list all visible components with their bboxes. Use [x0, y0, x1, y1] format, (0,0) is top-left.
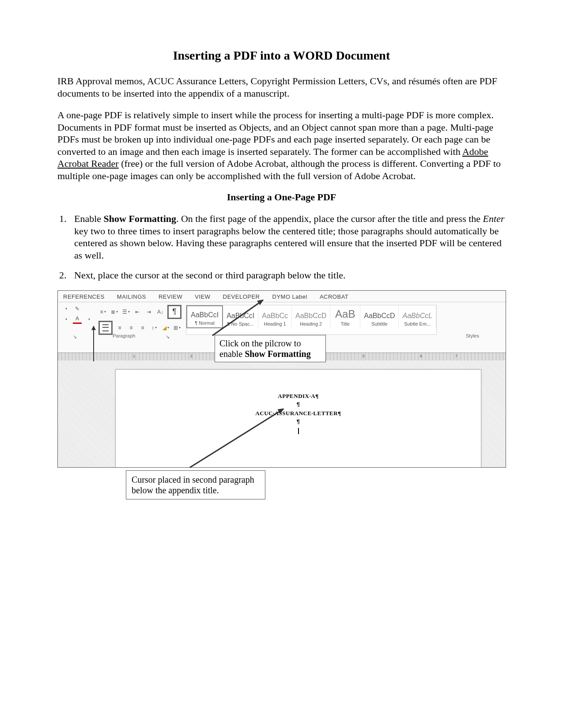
pilcrow-callout: Click on the pilcrow to enable Show Form… — [215, 335, 326, 362]
ribbon-tab[interactable]: DYMO Label — [272, 293, 307, 300]
intro-paragraph-1: IRB Approval memos, ACUC Assurance Lette… — [57, 75, 506, 99]
style-item[interactable]: AaBbCcLSubtle Em... — [399, 305, 436, 328]
styles-group-label: Styles — [466, 333, 479, 338]
callout1-line1: Click on the pilcrow to — [219, 338, 301, 348]
appendix-heading: APPENDIX·A¶ — [116, 392, 481, 401]
paragraph-group-label: Paragraph — [113, 333, 135, 338]
style-label: Heading 2 — [300, 321, 322, 326]
pilcrow-mark: ¶ — [116, 400, 481, 409]
steps-list: Enable Show Formatting. On the first pag… — [57, 213, 506, 281]
pilcrow-button[interactable]: ¶ — [167, 305, 181, 319]
step1-rest-a: . On the first page of the appendix, pla… — [176, 213, 483, 224]
style-item[interactable]: AaBbCcI¶ Normal — [186, 305, 223, 328]
page-title: Inserting a PDF into a WORD Document — [57, 49, 506, 63]
cursor-callout: Cursor placed in second paragraph below … — [126, 470, 265, 499]
style-preview: AaBbCcD — [295, 312, 326, 319]
step1-bold: Show Formatting — [104, 213, 176, 224]
arrow-to-align-icon — [93, 326, 94, 361]
ribbon-tab[interactable]: REVIEW — [159, 293, 182, 300]
shading-icon[interactable]: ◢ — [161, 324, 170, 332]
style-label: Heading 1 — [264, 321, 286, 326]
ribbon-tabs: REFERENCESMAILINGSREVIEWVIEWDEVELOPERDYM… — [58, 291, 506, 302]
align-right-icon[interactable]: ≡ — [127, 324, 136, 332]
align-justify-icon[interactable]: ≡ — [138, 324, 147, 332]
style-label: Subtle Em... — [404, 321, 431, 326]
document-canvas: APPENDIX·A¶ ¶ ACUC·ASSURANCE·LETTER¶ ¶ — [58, 360, 506, 467]
document-page[interactable]: APPENDIX·A¶ ¶ ACUC·ASSURANCE·LETTER¶ ¶ — [115, 369, 481, 468]
pilcrow-mark: ¶ — [116, 417, 481, 426]
ribbon-tab[interactable]: MAILINGS — [117, 293, 146, 300]
font-color-icon[interactable]: A — [73, 315, 82, 324]
intro-paragraph-2: A one-page PDF is relatively simple to i… — [57, 109, 506, 182]
format-painter-icon[interactable]: ✎ — [73, 305, 82, 313]
word-screenshot-figure: REFERENCESMAILINGSREVIEWVIEWDEVELOPERDYM… — [57, 290, 505, 468]
style-item[interactable]: AaBbCcHeading 1 — [258, 305, 292, 328]
ribbon-tab[interactable]: ACROBAT — [320, 293, 348, 300]
style-label: Subtitle — [371, 321, 388, 326]
intro2-pre: A one-page PDF is relatively simple to i… — [57, 109, 494, 157]
dialog-launcher-icon[interactable]: ↘ — [73, 334, 77, 340]
style-item[interactable]: AaBbCcDHeading 2 — [292, 305, 330, 328]
ribbon-toolbar: ✎ A ≡ ≣ ☰ ⇤ ⇥ A↓ — [58, 302, 506, 335]
ribbon-tab[interactable]: DEVELOPER — [223, 293, 260, 300]
line-spacing-icon[interactable]: ↕ — [150, 324, 159, 332]
callout1-line2-pre: enable — [219, 349, 245, 359]
callout1-line2-bold: Show Formatting — [245, 349, 310, 359]
section-heading: Inserting a One-Page PDF — [57, 191, 506, 203]
ribbon-tab[interactable]: VIEW — [195, 293, 210, 300]
paragraph-group: ≡ ≣ ☰ ⇤ ⇥ A↓ ¶ ≡ ≡ ≡ ↕ ◢ — [98, 305, 181, 335]
borders-icon[interactable]: ⊞ — [173, 324, 181, 332]
style-item[interactable]: AaBTitle — [330, 305, 360, 328]
appendix-title-block: APPENDIX·A¶ ¶ ACUC·ASSURANCE·LETTER¶ ¶ — [116, 392, 481, 435]
style-preview: AaBbCcI — [191, 311, 219, 319]
dropdown-icon[interactable] — [61, 305, 70, 313]
style-label: ¶ Normal — [195, 320, 214, 326]
indent-right-icon[interactable]: ⇥ — [144, 308, 153, 316]
step1-lead: Enable — [74, 213, 104, 224]
dialog-launcher-icon[interactable]: ↘ — [166, 334, 170, 340]
ribbon-container: REFERENCESMAILINGSREVIEWVIEWDEVELOPERDYM… — [57, 290, 506, 468]
style-preview: AaB — [335, 309, 355, 319]
intro2-post: (free) or the full version of Adobe Acro… — [57, 158, 501, 181]
align-center-icon[interactable]: ≡ — [115, 324, 124, 332]
style-item[interactable]: AaBbCcDSubtitle — [360, 305, 399, 328]
step-1: Enable Show Formatting. On the first pag… — [69, 213, 506, 261]
numbering-icon[interactable]: ≣ — [110, 308, 119, 316]
step1-italic: Enter — [483, 213, 505, 224]
step-2: Next, place the cursor at the second or … — [69, 269, 506, 281]
dropdown-icon[interactable] — [61, 315, 70, 323]
cursor-position — [116, 426, 481, 435]
appendix-subtitle: ACUC·ASSURANCE·LETTER¶ — [116, 409, 481, 418]
dropdown-icon[interactable] — [84, 315, 93, 323]
style-preview: AaBbCcD — [364, 312, 395, 319]
style-label: Title — [341, 321, 350, 326]
styles-gallery[interactable]: AaBbCcI¶ NormalAaBbCcI¶ No Spac...AaBbCc… — [186, 305, 437, 335]
bullets-icon[interactable]: ≡ — [98, 308, 107, 316]
ribbon-tab[interactable]: REFERENCES — [63, 293, 105, 300]
style-preview: AaBbCc — [262, 312, 288, 319]
step1-rest-b: key two to three times to insert paragra… — [74, 225, 502, 261]
style-preview: AaBbCcL — [402, 312, 432, 319]
align-left-button[interactable] — [98, 321, 113, 335]
indent-left-icon[interactable]: ⇤ — [133, 308, 142, 316]
sort-icon[interactable]: A↓ — [156, 308, 165, 316]
font-mini-group: ✎ A — [61, 305, 93, 335]
multilevel-icon[interactable]: ☰ — [121, 308, 130, 316]
